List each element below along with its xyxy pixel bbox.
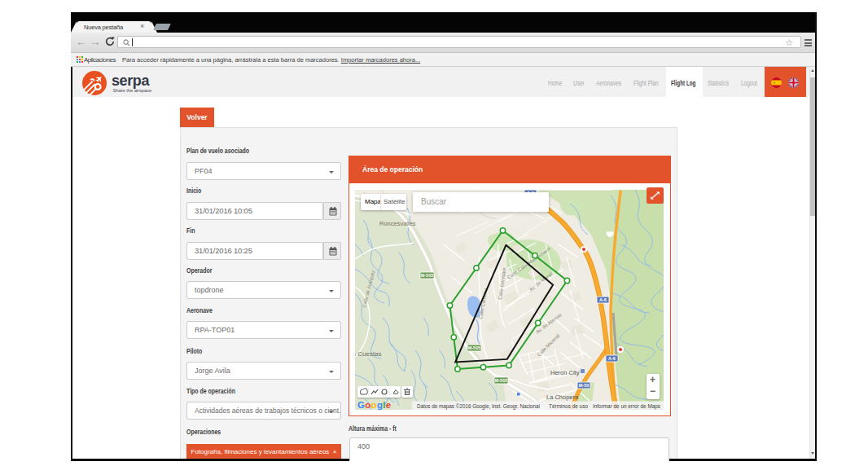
svg-text:M-50: M-50 [579,383,590,388]
svg-text:Datos de mapas ©2016 Google, I: Datos de mapas ©2016 Google, Inst. Geogr… [417,402,540,410]
svg-text:A-6: A-6 [599,297,607,302]
svg-text:M-505: M-505 [468,345,481,350]
svg-text:A-6: A-6 [608,356,616,361]
svg-text:La Chopera: La Chopera [546,393,579,401]
svg-text:M-505: M-505 [421,273,434,278]
svg-text:Informar de un error de Maps: Informar de un error de Maps [593,402,660,410]
svg-text:s Cuestas: s Cuestas [355,350,382,358]
svg-text:Heron City: Heron City [550,369,580,376]
svg-text:Roncesvalles: Roncesvalles [379,220,416,227]
svg-text:M-505: M-505 [495,378,508,383]
svg-text:Términos de uso: Términos de uso [549,402,588,410]
